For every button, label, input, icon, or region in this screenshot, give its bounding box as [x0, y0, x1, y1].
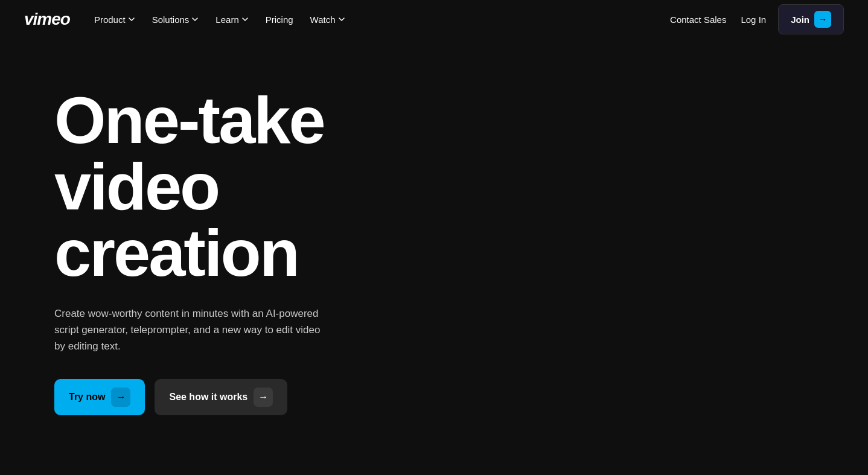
nav-links: Product Solutions Learn — [87, 10, 353, 30]
vimeo-logo: vimeo — [24, 10, 70, 28]
chevron-down-icon — [128, 16, 135, 23]
nav-item-solutions-label: Solutions — [152, 14, 190, 25]
nav-item-pricing-label: Pricing — [266, 14, 293, 25]
join-arrow-icon: → — [814, 11, 831, 28]
hero-title-line2: video — [54, 149, 219, 223]
try-now-label: Try now — [69, 392, 105, 403]
chevron-down-icon — [191, 16, 199, 23]
hero-section: One-take video creation Create wow-worth… — [0, 39, 410, 451]
join-button[interactable]: Join → — [778, 4, 844, 34]
login-link[interactable]: Log In — [738, 10, 768, 30]
see-how-label: See how it works — [169, 392, 247, 403]
chevron-down-icon — [338, 16, 345, 23]
navbar: vimeo Product Solutions L — [0, 0, 868, 39]
try-now-button[interactable]: Try now → — [54, 379, 145, 415]
logo[interactable]: vimeo — [24, 10, 70, 29]
try-now-arrow-icon: → — [111, 387, 130, 407]
nav-item-solutions[interactable]: Solutions — [145, 10, 206, 30]
nav-item-learn-label: Learn — [215, 14, 238, 25]
nav-right: Contact Sales Log In Join → — [668, 4, 844, 34]
nav-item-product-label: Product — [94, 14, 126, 25]
see-how-arrow-icon: → — [254, 387, 273, 407]
nav-item-pricing[interactable]: Pricing — [258, 10, 301, 30]
nav-item-learn[interactable]: Learn — [208, 10, 255, 30]
hero-buttons: Try now → See how it works → — [54, 379, 386, 415]
nav-item-product[interactable]: Product — [87, 10, 142, 30]
hero-subtitle: Create wow-worthy content in minutes wit… — [54, 305, 332, 355]
nav-item-watch-label: Watch — [310, 14, 336, 25]
hero-title: One-take video creation — [54, 87, 386, 286]
contact-sales-link[interactable]: Contact Sales — [668, 10, 729, 30]
nav-left: vimeo Product Solutions L — [24, 10, 353, 30]
chevron-down-icon — [241, 16, 249, 23]
hero-title-line3: creation — [54, 215, 298, 290]
join-button-label: Join — [791, 14, 809, 25]
hero-title-line1: One-take — [54, 83, 324, 157]
see-how-button[interactable]: See how it works → — [155, 379, 287, 415]
nav-item-watch[interactable]: Watch — [303, 10, 353, 30]
